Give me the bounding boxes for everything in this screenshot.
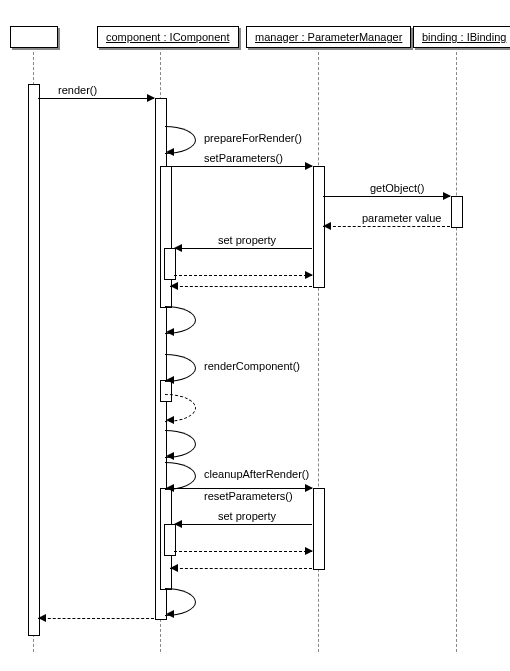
arrow-return3 xyxy=(174,551,312,552)
arrowhead-icon xyxy=(38,614,46,622)
arrow-return4 xyxy=(170,568,312,569)
arrowhead-icon xyxy=(166,328,174,336)
arrow-return1 xyxy=(174,275,312,276)
arrow-resetparams xyxy=(170,488,312,489)
activation-actor xyxy=(28,84,40,636)
label-paramvalue: parameter value xyxy=(362,212,442,224)
participant-actor xyxy=(10,26,58,48)
arrow-setprop2 xyxy=(174,524,312,525)
arrow-setparams xyxy=(170,166,312,167)
arrowhead-icon xyxy=(166,148,174,156)
participant-component: component : IComponent xyxy=(97,26,239,48)
arrowhead-icon xyxy=(166,452,174,460)
arrowhead-icon xyxy=(443,192,451,200)
arrowhead-icon xyxy=(174,520,182,528)
arrowhead-icon xyxy=(166,416,174,424)
label-prepare: prepareForRender() xyxy=(204,132,302,144)
arrow-return2 xyxy=(170,286,312,287)
activation-manager2 xyxy=(313,488,325,570)
arrowhead-icon xyxy=(323,222,331,230)
label-cleanup: cleanupAfterRender() xyxy=(204,468,309,480)
label-getobject: getObject() xyxy=(370,182,424,194)
arrow-getobject xyxy=(323,196,450,197)
arrow-render xyxy=(38,98,154,99)
arrow-finalreturn xyxy=(38,618,154,619)
arrowhead-icon xyxy=(305,484,313,492)
arrowhead-icon xyxy=(170,282,178,290)
arrow-setprop1 xyxy=(174,248,312,249)
participant-manager: manager : ParameterManager xyxy=(246,26,411,48)
sequence-diagram: component : IComponent manager : Paramet… xyxy=(0,0,510,671)
participant-binding: binding : IBinding xyxy=(413,26,510,48)
label-setparams: setParameters() xyxy=(204,152,283,164)
arrow-paramvalue xyxy=(323,226,450,227)
label-rendercomp: renderComponent() xyxy=(204,360,300,372)
arrowhead-icon xyxy=(305,547,313,555)
arrowhead-icon xyxy=(305,271,313,279)
label-setprop1: set property xyxy=(218,234,276,246)
label-setprop2: set property xyxy=(218,510,276,522)
activation-binding xyxy=(451,196,463,228)
label-render: render() xyxy=(58,84,97,96)
lifeline-binding xyxy=(456,52,457,652)
arrowhead-icon xyxy=(166,610,174,618)
arrowhead-icon xyxy=(174,244,182,252)
label-resetparams: resetParameters() xyxy=(204,490,293,502)
arrowhead-icon xyxy=(305,162,313,170)
arrowhead-icon xyxy=(147,94,155,102)
arrowhead-icon xyxy=(166,376,174,384)
arrowhead-icon xyxy=(170,564,178,572)
